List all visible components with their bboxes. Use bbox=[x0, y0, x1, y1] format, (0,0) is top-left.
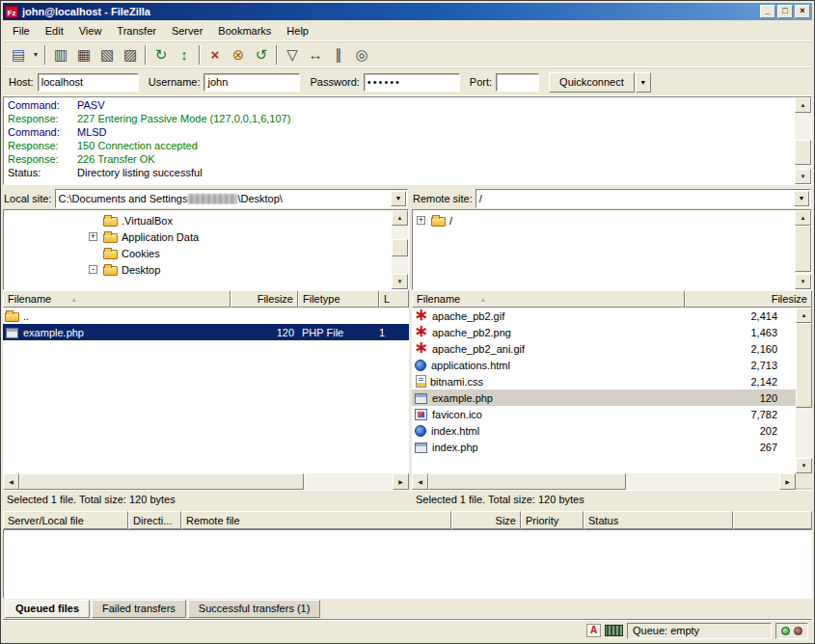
scroll-up-icon[interactable]: ▲ bbox=[796, 308, 812, 323]
combobox-dropdown-icon[interactable]: ▼ bbox=[794, 191, 809, 206]
refresh-icon[interactable]: ↻ bbox=[149, 44, 173, 66]
column-header-status[interactable]: Status bbox=[584, 511, 733, 529]
file-row-selected[interactable]: example.php 120 PHP File 1 bbox=[3, 324, 409, 340]
process-queue-icon[interactable]: ↕ bbox=[173, 44, 196, 66]
scroll-down-icon[interactable]: ▼ bbox=[795, 169, 811, 184]
column-header-filename[interactable]: Filename▲ bbox=[3, 290, 231, 308]
scrollbar-thumb[interactable] bbox=[19, 473, 304, 490]
column-header-direction[interactable]: Directi... bbox=[128, 511, 181, 529]
column-header-server-local-file[interactable]: Server/Local file bbox=[3, 511, 128, 529]
disconnect-icon[interactable]: ⊗ bbox=[227, 44, 250, 66]
scroll-left-icon[interactable]: ◀ bbox=[3, 473, 19, 490]
filter-icon[interactable]: ▽ bbox=[281, 44, 304, 66]
file-row[interactable]: ∗apache_pb2_ani.gif2,160 bbox=[412, 340, 812, 357]
scroll-down-icon[interactable]: ▼ bbox=[796, 458, 812, 473]
folder-icon bbox=[5, 312, 19, 322]
column-header-remote-file[interactable]: Remote file bbox=[181, 511, 451, 529]
port-input[interactable] bbox=[496, 73, 539, 92]
html-file-icon bbox=[415, 425, 426, 437]
remote-tree-scrollbar[interactable]: ▲ ▼ bbox=[795, 210, 811, 289]
scroll-right-icon[interactable]: ▶ bbox=[779, 473, 796, 490]
tree-item[interactable]: -Desktop bbox=[4, 261, 408, 278]
compare-icon[interactable]: ↔ bbox=[304, 44, 327, 66]
scrollbar-thumb[interactable] bbox=[796, 323, 812, 408]
tree-item[interactable]: +Application Data bbox=[4, 228, 408, 245]
expander-minus-icon[interactable]: - bbox=[89, 265, 97, 274]
sync-browsing-icon[interactable]: ∥ bbox=[327, 44, 350, 66]
file-row[interactable]: ∗apache_pb2.gif2,414 bbox=[412, 308, 812, 324]
reconnect-icon[interactable]: ↺ bbox=[250, 44, 273, 66]
column-header-filename[interactable]: Filename▲ bbox=[412, 290, 685, 308]
site-manager-icon[interactable]: ▤ bbox=[7, 44, 30, 66]
minimize-button[interactable]: _ bbox=[760, 5, 775, 18]
column-header-priority[interactable]: Priority bbox=[521, 511, 584, 529]
remote-horizontal-scrollbar[interactable]: ◀ ▶ bbox=[412, 473, 796, 490]
column-header-size[interactable]: Size bbox=[451, 511, 521, 529]
local-horizontal-scrollbar[interactable]: ◀ ▶ bbox=[3, 473, 409, 490]
file-row[interactable]: favicon.ico7,782 bbox=[412, 406, 812, 422]
menu-view[interactable]: View bbox=[71, 22, 110, 40]
scroll-up-icon[interactable]: ▲ bbox=[795, 97, 811, 113]
expander-plus-icon[interactable]: + bbox=[89, 232, 97, 241]
scrollbar-thumb[interactable] bbox=[428, 473, 626, 490]
file-row[interactable]: index.php267 bbox=[412, 439, 812, 455]
scroll-down-icon[interactable]: ▼ bbox=[392, 274, 408, 289]
toggle-queue-view-icon[interactable]: ▨ bbox=[119, 44, 142, 66]
tab-queued-files[interactable]: Queued files bbox=[5, 600, 90, 618]
queue-list[interactable] bbox=[3, 529, 812, 599]
file-row[interactable]: index.html202 bbox=[412, 422, 812, 439]
menu-transfer[interactable]: Transfer bbox=[109, 22, 164, 40]
column-header-filesize[interactable]: Filesize bbox=[685, 290, 812, 308]
tab-successful-transfers[interactable]: Successful transfers (1) bbox=[188, 600, 321, 618]
menu-server[interactable]: Server bbox=[164, 22, 210, 40]
toggle-remote-tree-icon[interactable]: ▧ bbox=[95, 44, 119, 66]
file-row-selected-inactive[interactable]: example.php120 bbox=[412, 389, 812, 406]
file-row[interactable]: applications.html2,713 bbox=[412, 357, 812, 373]
menu-edit[interactable]: Edit bbox=[38, 22, 71, 40]
maximize-button[interactable]: □ bbox=[777, 5, 793, 18]
find-icon[interactable]: ◎ bbox=[350, 44, 373, 66]
file-row[interactable]: .. bbox=[3, 308, 409, 324]
titlebar[interactable]: Fz john@localhost - FileZilla _ □ × bbox=[3, 3, 812, 20]
menu-bookmarks[interactable]: Bookmarks bbox=[210, 22, 279, 40]
file-row[interactable]: ∗apache_pb2.png1,463 bbox=[412, 324, 812, 340]
scroll-up-icon[interactable]: ▲ bbox=[392, 210, 408, 226]
tree-item[interactable]: +/ bbox=[413, 212, 811, 228]
cancel-icon[interactable]: × bbox=[204, 44, 227, 66]
menu-help[interactable]: Help bbox=[279, 22, 316, 40]
remote-list-scrollbar[interactable]: ▲ ▼ bbox=[796, 308, 812, 473]
tree-item[interactable]: .VirtualBox bbox=[4, 212, 408, 228]
combobox-dropdown-icon[interactable]: ▼ bbox=[391, 191, 406, 206]
local-site-combobox[interactable]: C:\Documents and Settings\Desktop\ ▼ bbox=[55, 189, 408, 208]
transfer-type-ascii-icon[interactable]: A bbox=[586, 624, 601, 637]
username-input[interactable] bbox=[204, 73, 300, 92]
site-manager-dropdown-icon[interactable]: ▼ bbox=[30, 44, 41, 66]
quickconnect-dropdown-icon[interactable]: ▼ bbox=[636, 72, 651, 93]
scrollbar-thumb[interactable] bbox=[795, 226, 811, 272]
tab-failed-transfers[interactable]: Failed transfers bbox=[92, 600, 186, 618]
toggle-local-tree-icon[interactable]: ▦ bbox=[72, 44, 95, 66]
scroll-left-icon[interactable]: ◀ bbox=[412, 473, 428, 490]
expander-plus-icon[interactable]: + bbox=[417, 216, 425, 225]
host-input[interactable] bbox=[38, 73, 139, 92]
toggle-log-view-icon[interactable]: ▥ bbox=[49, 44, 72, 66]
scrollbar-thumb[interactable] bbox=[392, 239, 408, 256]
log-scrollbar[interactable]: ▲ ▼ bbox=[795, 97, 811, 184]
close-button[interactable]: × bbox=[795, 5, 810, 18]
encryption-status-icon[interactable] bbox=[605, 625, 623, 636]
scroll-right-icon[interactable]: ▶ bbox=[393, 473, 409, 490]
scroll-down-icon[interactable]: ▼ bbox=[795, 274, 811, 289]
quickconnect-button[interactable]: Quickconnect bbox=[549, 72, 635, 93]
column-header-filesize[interactable]: Filesize bbox=[231, 290, 298, 308]
tree-item[interactable]: Cookies bbox=[4, 245, 408, 261]
password-input[interactable] bbox=[364, 73, 460, 92]
column-header-lastmodified[interactable]: L bbox=[379, 290, 409, 308]
remote-site-combobox[interactable]: / ▼ bbox=[475, 189, 811, 208]
file-row[interactable]: bitnami.css2,142 bbox=[412, 373, 812, 389]
local-site-row: Local site: C:\Documents and Settings\De… bbox=[3, 188, 409, 209]
scroll-up-icon[interactable]: ▲ bbox=[795, 210, 811, 226]
menu-file[interactable]: File bbox=[5, 22, 38, 40]
local-tree-scrollbar[interactable]: ▲ ▼ bbox=[392, 210, 408, 289]
scrollbar-thumb[interactable] bbox=[795, 140, 811, 165]
column-header-filetype[interactable]: Filetype bbox=[298, 290, 379, 308]
